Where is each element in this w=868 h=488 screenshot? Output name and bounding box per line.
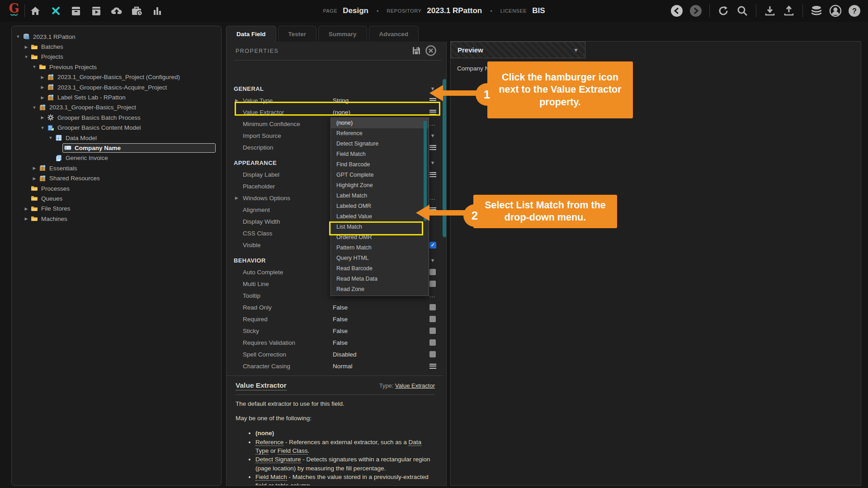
tree-item-body[interactable]: Machines: [30, 214, 216, 224]
tree-item-body[interactable]: Queues: [30, 194, 216, 203]
expander-expand-icon[interactable]: ▶: [31, 176, 38, 181]
tree-item-generic-invoice[interactable]: Generic Invoice: [12, 153, 221, 163]
help-icon[interactable]: ?: [847, 3, 862, 19]
tree-item-shared-resources[interactable]: ▶Shared Resources: [12, 173, 221, 183]
dropdown-item-label-match[interactable]: Label Match: [331, 191, 429, 201]
tree-item-body[interactable]: Previous Projects: [38, 62, 216, 72]
checkbox-unchecked-icon[interactable]: [429, 339, 436, 346]
tab-summary[interactable]: Summary: [318, 26, 367, 42]
tree-item-company-name[interactable]: Company Name: [12, 143, 221, 153]
tree-item-data-model[interactable]: ▼Data Model: [12, 133, 221, 143]
dropdown-item-pattern-match[interactable]: Pattern Match: [331, 243, 429, 253]
batch-box-icon[interactable]: [69, 3, 83, 19]
tree-item-machines[interactable]: ▶Machines: [12, 214, 221, 224]
tree-item-body[interactable]: Generic Invoice: [54, 153, 216, 163]
tree-item-2023-1-grooper-basics-project-configured-[interactable]: ▶2023.1_Grooper-Basics_Project (Configur…: [12, 72, 221, 82]
tree-item-body[interactable]: Essentials: [38, 164, 216, 173]
grooper-logo[interactable]: G: [7, 2, 21, 20]
tree-item-2023-1-grooper-basics-acquire-project[interactable]: ▶2023.1_Grooper-Basics-Acquire_Project: [12, 82, 221, 92]
help-type-link[interactable]: Value Extractor: [395, 382, 435, 389]
ellipsis-icon[interactable]: …: [429, 294, 436, 297]
tree-item-grooper-basics-content-model[interactable]: ▼Grooper Basics Content Model: [12, 123, 221, 133]
expander-expand-icon[interactable]: ▶: [31, 166, 38, 170]
dropdown-item-reference[interactable]: Reference: [331, 128, 429, 139]
hamburger-icon[interactable]: [429, 108, 436, 116]
expander-collapse-icon[interactable]: ▼: [31, 65, 38, 69]
property-row-requires-validation[interactable]: Requires ValidationFalse: [226, 337, 446, 348]
property-value[interactable]: Normal: [333, 363, 353, 370]
dropdown-item-read-zone[interactable]: Read Zone: [331, 284, 429, 295]
search-icon[interactable]: [735, 3, 750, 19]
help-link[interactable]: Detect Signature: [255, 456, 301, 463]
dropdown-item--none-[interactable]: (none): [331, 118, 429, 128]
tree-item-body[interactable]: Projects: [30, 52, 216, 61]
tab-advanced[interactable]: Advanced: [369, 26, 419, 42]
expander-expand-icon[interactable]: ▶: [23, 45, 30, 49]
help-link[interactable]: Field Match: [255, 474, 287, 481]
property-row-spell-correction[interactable]: Spell CorrectionDisabled: [226, 348, 446, 360]
property-row-character-casing[interactable]: Character CasingNormal: [226, 360, 446, 372]
help-link[interactable]: Reference: [255, 439, 283, 446]
tree-item-queues[interactable]: Queues: [12, 193, 221, 203]
tree-item-grooper-basics-batch-process[interactable]: ▶Grooper Basics Batch Process: [12, 113, 221, 122]
dropdown-item-highlight-zone[interactable]: Highlight Zone: [331, 180, 429, 191]
expander-expand-icon[interactable]: ▶: [39, 115, 46, 120]
property-value[interactable]: False: [333, 339, 348, 346]
expander-expand-icon[interactable]: ▶: [235, 196, 238, 200]
tree-item-body[interactable]: Grooper Basics Batch Process: [46, 113, 216, 122]
expander-expand-icon[interactable]: ▶: [39, 95, 46, 100]
back-icon[interactable]: [670, 3, 684, 19]
tab-tester[interactable]: Tester: [278, 26, 317, 42]
tree-item-previous-projects[interactable]: ▼Previous Projects: [12, 62, 221, 72]
checkbox-checked-icon[interactable]: ✓: [429, 242, 436, 249]
checkbox-unchecked-icon[interactable]: [429, 328, 436, 334]
tree-item-file-stores[interactable]: ▶File Stores: [12, 204, 221, 214]
property-row-sticky[interactable]: StickyFalse: [226, 325, 446, 337]
expander-collapse-icon[interactable]: ▼: [14, 34, 22, 39]
tree-item-2023-1-rpatton[interactable]: ▼2023.1 RPatton: [12, 32, 221, 42]
database-icon[interactable]: [809, 3, 824, 19]
tree-item-body[interactable]: Grooper Basics Content Model: [46, 123, 216, 132]
home-icon[interactable]: [28, 3, 42, 19]
property-row-value-extractor[interactable]: Value Extractor(none): [226, 106, 446, 118]
dropdown-item-ordered-omr[interactable]: Ordered OMR: [331, 232, 429, 243]
expander-collapse-icon[interactable]: ▼: [23, 55, 30, 59]
dropdown-item-find-barcode[interactable]: Find Barcode: [331, 160, 429, 170]
dropdown-item-read-barcode[interactable]: Read Barcode: [331, 263, 429, 274]
job-briefcase-clock-icon[interactable]: [130, 3, 144, 19]
tree-item-body[interactable]: 2023.1_Grooper-Basics_Project (Configure…: [46, 72, 216, 82]
tree-item-body[interactable]: 2023.1_Grooper-Basics-Acquire_Project: [46, 83, 216, 92]
property-value[interactable]: False: [333, 316, 348, 323]
tree-item-body[interactable]: Label Sets Lab - RPatton: [46, 93, 216, 102]
expander-expand-icon[interactable]: ▶: [39, 85, 46, 89]
dropdown-item-gpt-complete[interactable]: GPT Complete: [331, 170, 429, 180]
hamburger-icon[interactable]: [429, 144, 436, 151]
tree-item-batches[interactable]: ▶Batches: [12, 42, 221, 52]
tab-data-field[interactable]: Data Field: [226, 26, 276, 42]
chevron-down-icon[interactable]: ▼: [430, 133, 435, 138]
forward-icon[interactable]: [689, 3, 703, 19]
save-icon[interactable]: [411, 45, 422, 56]
section-header-general[interactable]: GENERAL▼: [226, 79, 446, 94]
property-value[interactable]: False: [333, 304, 348, 311]
ellipsis-icon[interactable]: …: [429, 196, 436, 200]
tree-item-body[interactable]: Data Model: [54, 133, 216, 143]
tree-item-body[interactable]: File Stores: [30, 204, 216, 213]
expander-expand-icon[interactable]: ▶: [235, 98, 238, 103]
preview-header[interactable]: Preview ▼: [451, 42, 585, 58]
property-row-required[interactable]: RequiredFalse: [226, 313, 446, 325]
upload-icon[interactable]: [782, 3, 796, 19]
expander-collapse-icon[interactable]: ▼: [39, 126, 46, 130]
dropdown-item-list-match[interactable]: List Match: [331, 222, 429, 232]
checkbox-unchecked-icon[interactable]: [429, 351, 436, 357]
property-value[interactable]: False: [333, 328, 348, 334]
checkbox-unchecked-icon[interactable]: [429, 316, 436, 322]
tree-item-body[interactable]: Shared Resources: [38, 174, 216, 183]
batch-play-icon[interactable]: [89, 3, 104, 19]
expander-expand-icon[interactable]: ▶: [39, 75, 46, 80]
tree-item-2023-1-grooper-basics-project[interactable]: ▼2023.1_Grooper-Basics_Project: [12, 103, 221, 113]
property-row-value-type[interactable]: ▶Value TypeString: [226, 94, 446, 106]
tree-item-projects[interactable]: ▼Projects: [12, 52, 221, 62]
dropdown-item-detect-signature[interactable]: Detect Signature: [331, 139, 429, 149]
stats-bars-icon[interactable]: [150, 3, 165, 19]
